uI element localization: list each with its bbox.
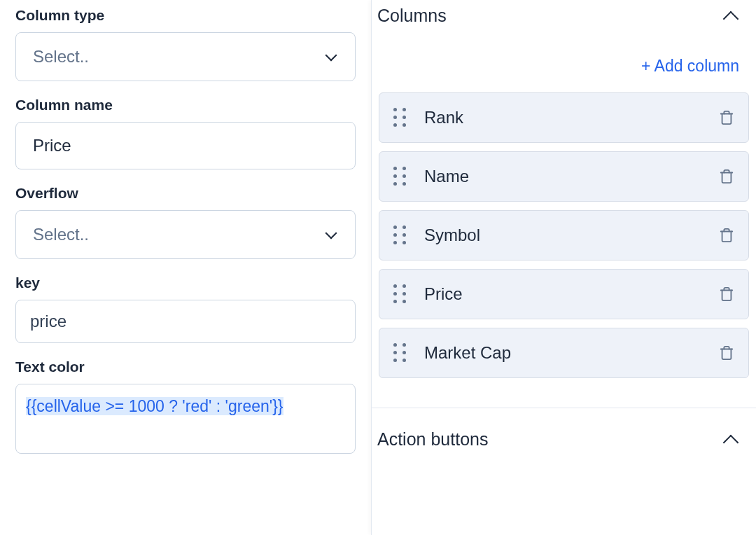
column-name-label: Column name (15, 97, 356, 113)
action-buttons-section: Action buttons (372, 408, 756, 461)
columns-panel: Columns + Add column Rank (371, 0, 756, 535)
columns-header[interactable]: Columns (372, 0, 756, 40)
column-properties-panel: Column type Select.. Column name Overflo… (0, 0, 371, 535)
chevron-up-icon (722, 8, 739, 25)
chevron-up-icon (722, 431, 739, 448)
trash-icon[interactable] (719, 344, 734, 362)
column-item-label: Symbol (424, 225, 719, 245)
column-item-price[interactable]: Price (379, 269, 749, 319)
column-item-name[interactable]: Name (379, 151, 749, 202)
column-item-rank[interactable]: Rank (379, 92, 749, 143)
key-input[interactable] (15, 300, 356, 343)
columns-title: Columns (377, 6, 447, 26)
text-color-expression: {{cellValue >= 1000 ? 'red' : 'green'}} (26, 397, 284, 415)
trash-icon[interactable] (719, 285, 734, 303)
chevron-down-icon (324, 50, 338, 64)
add-column-button[interactable]: + Add column (641, 57, 739, 76)
drag-handle-icon[interactable] (393, 343, 407, 363)
column-type-placeholder: Select.. (33, 47, 89, 67)
trash-icon[interactable] (719, 167, 734, 186)
key-label: key (15, 275, 356, 291)
text-color-input[interactable]: {{cellValue >= 1000 ? 'red' : 'green'}} (15, 384, 356, 454)
action-buttons-title: Action buttons (377, 429, 488, 450)
key-field: key (15, 275, 356, 343)
column-item-symbol[interactable]: Symbol (379, 210, 749, 260)
column-item-marketcap[interactable]: Market Cap (379, 328, 749, 378)
column-name-field: Column name (15, 97, 356, 169)
drag-handle-icon[interactable] (393, 225, 407, 245)
overflow-field: Overflow Select.. (15, 185, 356, 259)
add-column-row: + Add column (372, 40, 756, 92)
trash-icon[interactable] (719, 109, 734, 127)
overflow-label: Overflow (15, 185, 356, 202)
column-type-field: Column type Select.. (15, 7, 356, 81)
column-item-label: Rank (424, 108, 719, 127)
column-item-label: Name (424, 167, 719, 186)
column-name-input[interactable] (15, 122, 356, 169)
overflow-select[interactable]: Select.. (15, 210, 356, 259)
trash-icon[interactable] (719, 226, 734, 244)
drag-handle-icon[interactable] (393, 284, 407, 304)
text-color-field: Text color {{cellValue >= 1000 ? 'red' :… (15, 359, 356, 454)
column-type-select[interactable]: Select.. (15, 32, 356, 81)
drag-handle-icon[interactable] (393, 167, 407, 186)
action-buttons-header[interactable]: Action buttons (372, 429, 756, 461)
column-item-label: Price (424, 284, 719, 304)
columns-list: Rank Name (372, 92, 756, 408)
text-color-label: Text color (15, 359, 356, 375)
drag-handle-icon[interactable] (393, 108, 407, 127)
column-item-label: Market Cap (424, 343, 719, 363)
column-type-label: Column type (15, 7, 356, 24)
chevron-down-icon (324, 228, 338, 242)
overflow-placeholder: Select.. (33, 225, 89, 244)
